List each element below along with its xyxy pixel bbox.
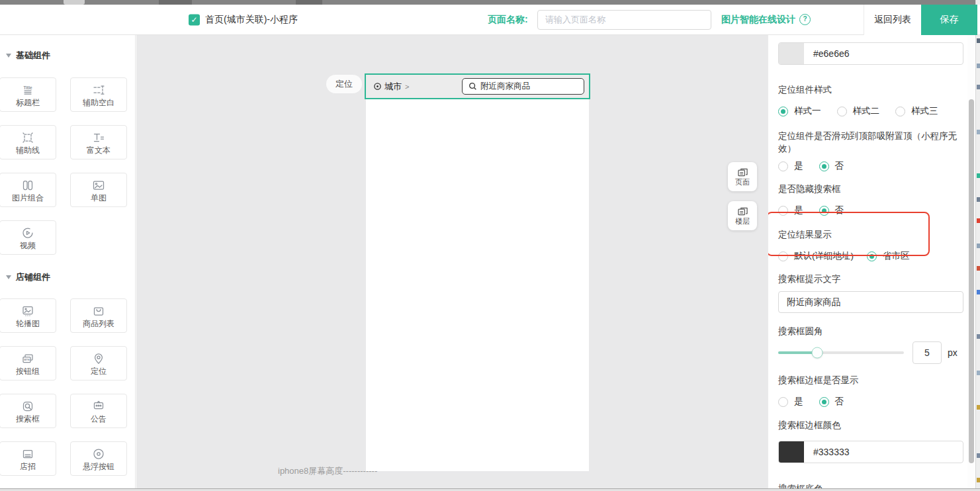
- page-checkbox[interactable]: ✓: [189, 14, 200, 25]
- strip-fragment: [977, 371, 980, 375]
- radio-sticky-no[interactable]: 否: [819, 160, 844, 172]
- sidebar-item-aux-line[interactable]: 辅助线: [0, 125, 56, 159]
- help-icon[interactable]: ?: [799, 14, 811, 25]
- city-selector[interactable]: 城市 >: [373, 81, 409, 93]
- page-checkbox-label: 首页(城市关联)-小程序: [205, 14, 298, 26]
- radio-style-1[interactable]: 样式一: [778, 105, 821, 117]
- search-radius-input[interactable]: [913, 341, 942, 364]
- section-shop-components[interactable]: 店铺组件: [0, 271, 135, 283]
- save-button[interactable]: 保存: [921, 5, 977, 35]
- sidebar-item-location[interactable]: 定位: [70, 346, 127, 380]
- location-component-selected[interactable]: 城市 > 附近商家商品: [365, 73, 590, 99]
- design-canvas[interactable]: iphone8屏幕高度------------ 定位 城市 > 附近商家商品 页…: [136, 35, 768, 491]
- section-basic-components[interactable]: 基础组件: [0, 50, 135, 62]
- sidebar-item-video[interactable]: 视频: [0, 220, 56, 255]
- button-group-icon: BTN: [21, 352, 34, 365]
- search-hint-input[interactable]: [778, 291, 963, 313]
- color-value: #e6e6e6: [804, 48, 850, 59]
- panel-scrollbar-track[interactable]: [967, 35, 975, 491]
- sidebar-item-title-bar[interactable]: Title 标题栏: [0, 77, 56, 112]
- collapse-arrow-icon: [6, 54, 11, 58]
- item-label: 轮播图: [16, 320, 40, 328]
- sidebar-item-button-group[interactable]: BTN 按钮组: [0, 346, 56, 380]
- sidebar-item-store-sign[interactable]: 店招: [0, 441, 56, 476]
- browser-tab-fragment: [64, 0, 85, 5]
- radio-icon: [819, 397, 829, 407]
- sidebar-item-single-image[interactable]: 单图: [70, 173, 127, 207]
- panel-scrollbar-thumb[interactable]: [969, 99, 974, 463]
- radio-style-3[interactable]: 样式三: [895, 105, 938, 117]
- strip-fragment: [977, 334, 980, 339]
- top-color-field[interactable]: #e6e6e6: [778, 42, 963, 65]
- radio-border-no[interactable]: 否: [819, 396, 844, 408]
- rich-text-icon: [92, 131, 105, 144]
- sidebar-item-aux-blank[interactable]: 辅助空白: [70, 77, 127, 112]
- settings-panel: #e6e6e6 定位组件样式 样式一 样式二 样式三 定位组件是否滑动到顶部吸附…: [768, 35, 967, 491]
- chevron-right-icon: >: [405, 83, 409, 91]
- page-button-label: 页面: [735, 179, 750, 186]
- sidebar-item-rich-text[interactable]: 富文本: [70, 125, 127, 159]
- back-to-list-button[interactable]: 返回列表: [864, 5, 921, 35]
- aux-blank-icon: [92, 83, 105, 97]
- radio-hide-no[interactable]: 否: [819, 204, 844, 216]
- float-button-icon: [92, 447, 105, 461]
- radio-sticky-yes[interactable]: 是: [778, 160, 803, 172]
- sidebar-item-product-list[interactable]: 商品列表: [70, 298, 127, 333]
- page-name-label: 页面名称:: [488, 14, 528, 26]
- radio-style-2[interactable]: 样式二: [837, 105, 880, 117]
- radio-icon: [819, 161, 829, 171]
- preview-search-box[interactable]: 附近商家商品: [462, 78, 584, 95]
- page-name-input[interactable]: [537, 10, 711, 30]
- sidebar-item-search-box[interactable]: 搜索框: [0, 394, 56, 428]
- color-swatch[interactable]: [779, 43, 804, 64]
- radio-label: 样式三: [911, 105, 938, 117]
- sticky-label: 定位组件是否滑动到顶部吸附置顶（小程序无效）: [778, 130, 963, 155]
- radio-result-default[interactable]: 默认(详细地址): [778, 250, 854, 262]
- smart-design-link[interactable]: 图片智能在线设计 ?: [721, 14, 811, 26]
- radio-icon: [778, 251, 788, 261]
- sidebar-item-notice[interactable]: 公告: [70, 394, 127, 428]
- preview-search-text: 附近商家商品: [480, 81, 530, 92]
- floor-settings-button[interactable]: 楼层: [728, 201, 757, 230]
- item-label: 搜索框: [16, 415, 40, 423]
- radio-result-province[interactable]: 省市区: [867, 250, 910, 262]
- item-label: 商品列表: [83, 320, 114, 328]
- location-pin-icon: [92, 352, 105, 365]
- component-tag-badge: 定位: [326, 75, 362, 93]
- sidebar-item-float-button[interactable]: 悬浮按钮: [70, 441, 127, 476]
- item-label: 视频: [20, 242, 36, 249]
- style-label: 定位组件样式: [778, 83, 963, 96]
- item-label: 辅助空白: [83, 99, 114, 107]
- strip-fragment: [977, 453, 980, 458]
- strip-fragment: [977, 478, 980, 482]
- radio-border-yes[interactable]: 是: [778, 396, 803, 408]
- phone-preview-body[interactable]: [366, 99, 589, 471]
- strip-fragment: [977, 130, 980, 134]
- strip-fragment: [977, 38, 980, 43]
- browser-window-strip: [0, 0, 975, 5]
- sidebar-item-carousel[interactable]: 轮播图: [0, 298, 56, 333]
- collapse-arrow-icon: [6, 275, 11, 279]
- section-title: 基础组件: [16, 50, 50, 62]
- radio-icon: [895, 107, 905, 116]
- color-value: #333333: [804, 447, 850, 457]
- search-radius-slider[interactable]: [778, 351, 904, 354]
- item-label: 富文本: [87, 146, 111, 154]
- color-swatch[interactable]: [779, 441, 804, 463]
- smart-design-label: 图片智能在线设计: [721, 14, 795, 26]
- radio-hide-yes[interactable]: 是: [778, 204, 803, 216]
- hide-search-label: 是否隐藏搜索框: [778, 183, 963, 195]
- page-settings-button[interactable]: 页面: [728, 162, 757, 191]
- border-show-radio-group: 是 否: [778, 396, 963, 408]
- search-radius-row: px: [778, 341, 963, 365]
- radio-label: 默认(详细地址): [794, 250, 854, 262]
- radio-label: 否: [835, 396, 844, 408]
- style-radio-group: 样式一 样式二 样式三: [778, 105, 963, 117]
- item-label: 图片组合: [12, 194, 44, 202]
- sidebar-item-image-group[interactable]: 图片组合: [0, 173, 56, 207]
- background-window-strip: [975, 0, 980, 491]
- radio-icon: [837, 107, 847, 116]
- hide-search-radio-group: 是 否: [778, 204, 963, 216]
- slider-handle[interactable]: [811, 347, 823, 359]
- border-color-field[interactable]: #333333: [778, 441, 963, 463]
